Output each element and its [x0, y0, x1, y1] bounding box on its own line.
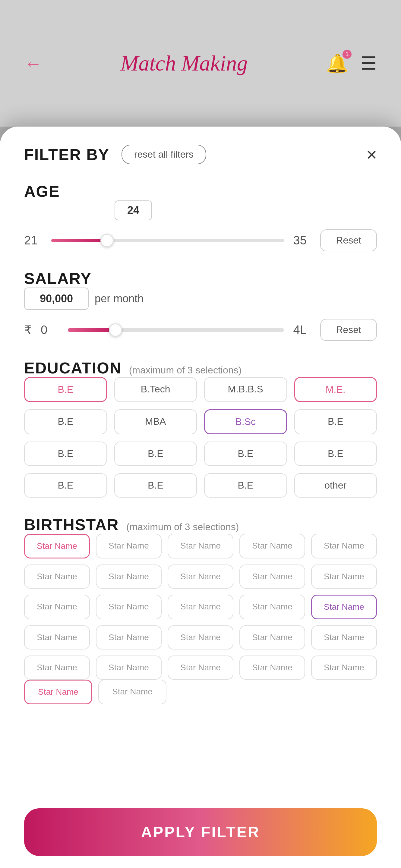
filter-title: FILTER BY	[24, 146, 110, 164]
birthstar-sub: (maximum of 3 selections)	[126, 521, 239, 532]
education-chip-14[interactable]: B.E	[204, 473, 287, 498]
star-chip-17[interactable]: Star Name	[167, 625, 234, 650]
filter-header: FILTER BY reset all filters ×	[24, 145, 377, 164]
age-label: AGE	[24, 182, 377, 200]
star-chip-21[interactable]: Star Name	[96, 655, 162, 680]
age-slider-row: 21 35 Reset	[24, 229, 377, 251]
star-chip-2[interactable]: Star Name	[167, 534, 234, 558]
star-chip-6[interactable]: Star Name	[96, 564, 162, 589]
menu-icon[interactable]: ☰	[361, 53, 377, 74]
education-chip-12[interactable]: B.E	[24, 473, 107, 498]
star-chip-grid: Star NameStar NameStar NameStar NameStar…	[24, 534, 377, 680]
star-chip-10[interactable]: Star Name	[24, 595, 90, 619]
age-slider-fill	[51, 239, 107, 242]
star-chip-15[interactable]: Star Name	[24, 625, 90, 650]
per-month-label: per month	[95, 292, 144, 305]
star-chip-23[interactable]: Star Name	[239, 655, 305, 680]
education-chip-15[interactable]: other	[294, 473, 377, 498]
salary-slider-thumb[interactable]	[109, 323, 122, 337]
star-chip-7[interactable]: Star Name	[167, 564, 234, 589]
education-chip-11[interactable]: B.E	[294, 441, 377, 466]
education-chip-0[interactable]: B.E	[24, 377, 107, 402]
filter-header-left: FILTER BY reset all filters	[24, 145, 206, 164]
salary-min-label: 0	[41, 323, 59, 337]
age-slider[interactable]	[51, 239, 284, 242]
apply-filter-button[interactable]: APPLY FILTER	[24, 808, 377, 856]
education-chip-5[interactable]: MBA	[114, 409, 197, 434]
star-chip-11[interactable]: Star Name	[96, 595, 162, 619]
salary-slider-row: ₹ 0 4L Reset	[24, 319, 377, 341]
reset-all-button[interactable]: reset all filters	[122, 145, 206, 164]
age-slider-thumb[interactable]	[100, 234, 114, 247]
age-value-display: 24	[115, 200, 152, 220]
education-header: EDUCATION (maximum of 3 selections)	[24, 359, 377, 377]
star-chip-4[interactable]: Star Name	[311, 534, 377, 558]
star-chip-16[interactable]: Star Name	[96, 625, 162, 650]
star-chip-14[interactable]: Star Name	[311, 595, 377, 619]
apply-filter-container: APPLY FILTER	[0, 796, 401, 868]
notification-badge: 1	[342, 50, 351, 59]
education-chip-8[interactable]: B.E	[24, 441, 107, 466]
education-section: EDUCATION (maximum of 3 selections) B.EB…	[24, 359, 377, 498]
salary-slider-fill	[68, 328, 116, 332]
education-chip-4[interactable]: B.E	[24, 409, 107, 434]
star-chip-partial-0[interactable]: Star Name	[24, 680, 92, 704]
education-chip-7[interactable]: B.E	[294, 409, 377, 434]
education-chip-3[interactable]: M.E.	[294, 377, 377, 402]
star-chip-12[interactable]: Star Name	[167, 595, 234, 619]
age-max-label: 35	[293, 234, 311, 247]
salary-label: SALARY	[24, 270, 377, 287]
app-header: ← Match Making 🔔 1 ☰	[0, 0, 401, 127]
education-chip-9[interactable]: B.E	[114, 441, 197, 466]
salary-max-label: 4L	[293, 323, 311, 337]
education-chip-6[interactable]: B.Sc	[204, 409, 287, 434]
salary-value-row: 90,000 per month	[24, 287, 377, 310]
rupee-symbol: ₹	[24, 323, 32, 337]
back-icon[interactable]: ←	[24, 53, 42, 74]
age-min-label: 21	[24, 234, 42, 247]
education-chip-1[interactable]: B.Tech	[114, 377, 197, 402]
education-chip-13[interactable]: B.E	[114, 473, 197, 498]
star-chip-24[interactable]: Star Name	[311, 655, 377, 680]
star-chip-18[interactable]: Star Name	[239, 625, 305, 650]
education-sub: (maximum of 3 selections)	[129, 365, 242, 375]
notification-bell[interactable]: 🔔 1	[326, 53, 348, 74]
header-icons: 🔔 1 ☰	[326, 53, 377, 74]
star-partial-row: Star NameStar Name	[24, 680, 377, 704]
star-chip-partial-1[interactable]: Star Name	[98, 680, 166, 704]
app-title: Match Making	[121, 51, 248, 76]
salary-reset-button[interactable]: Reset	[320, 319, 377, 341]
education-chip-10[interactable]: B.E	[204, 441, 287, 466]
star-chip-13[interactable]: Star Name	[239, 595, 305, 619]
salary-slider[interactable]	[68, 328, 284, 332]
star-chip-0[interactable]: Star Name	[24, 534, 90, 558]
salary-value-display: 90,000	[24, 287, 89, 310]
birthstar-section: BIRTHSTAR (maximum of 3 selections) Star…	[24, 516, 377, 704]
filter-sheet: FILTER BY reset all filters × AGE 24 21 …	[0, 127, 401, 868]
age-slider-track	[51, 239, 284, 242]
age-section: AGE 24 21 35 Reset	[24, 182, 377, 251]
education-chip-2[interactable]: M.B.B.S	[204, 377, 287, 402]
star-chip-9[interactable]: Star Name	[311, 564, 377, 589]
star-chip-20[interactable]: Star Name	[24, 655, 90, 680]
star-chip-1[interactable]: Star Name	[96, 534, 162, 558]
age-reset-button[interactable]: Reset	[320, 229, 377, 251]
birthstar-header: BIRTHSTAR (maximum of 3 selections)	[24, 516, 377, 534]
star-chip-8[interactable]: Star Name	[239, 564, 305, 589]
salary-section: SALARY 90,000 per month ₹ 0 4L Reset	[24, 270, 377, 341]
close-button[interactable]: ×	[366, 146, 377, 164]
education-chip-grid: B.EB.TechM.B.B.SM.E.B.EMBAB.ScB.EB.EB.EB…	[24, 377, 377, 498]
star-chip-5[interactable]: Star Name	[24, 564, 90, 589]
star-chip-3[interactable]: Star Name	[239, 534, 305, 558]
star-chip-22[interactable]: Star Name	[167, 655, 234, 680]
star-chip-19[interactable]: Star Name	[311, 625, 377, 650]
salary-slider-track	[68, 328, 284, 332]
